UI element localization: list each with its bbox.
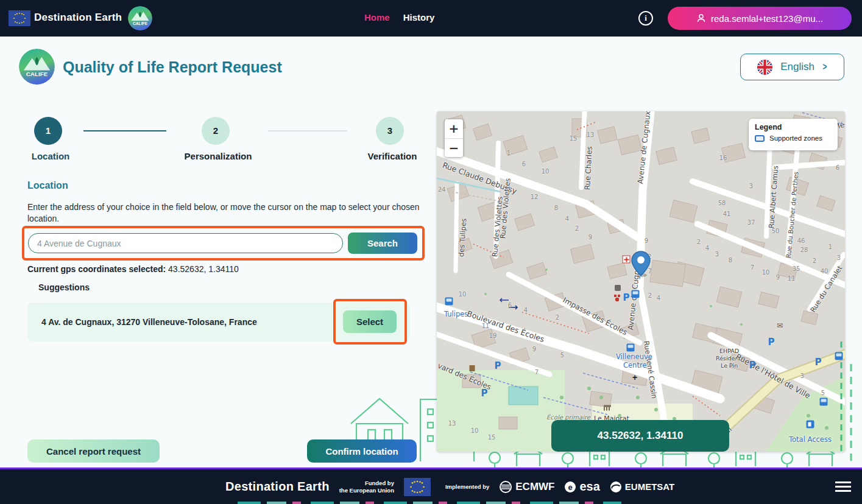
map-house-number: 3 (715, 251, 719, 257)
menu-hamburger-icon[interactable] (835, 481, 851, 494)
map-house-number: 3 (800, 373, 804, 379)
map-poi-bus-icon (627, 344, 635, 352)
footer-brand: Destination Earth (225, 480, 330, 494)
brand-title: Destination Earth (34, 12, 122, 24)
step-1-circle[interactable]: 1 (34, 117, 62, 145)
map-house-number: 3 (837, 254, 841, 261)
map-house-number: 4 (565, 215, 569, 222)
top-navbar: Destination Earth CALIFE Home History i … (0, 0, 862, 37)
app-root: Destination Earth CALIFE Home History i … (0, 0, 862, 504)
califa-page-logo-icon: CALIFE (19, 49, 55, 85)
eumetsat-logo: EUMETSAT (610, 481, 674, 493)
map-poi-church-icon: + (632, 373, 637, 382)
map-house-number: 7 (535, 369, 539, 376)
svg-text:CALIFE: CALIFE (26, 71, 48, 77)
map-house-number: 13 (448, 420, 456, 427)
map-poi-P-icon: P (481, 388, 488, 399)
chevron-right-icon: > (822, 61, 827, 73)
svg-text:e: e (568, 482, 573, 491)
suggestions-label: Suggestions (38, 282, 90, 292)
user-account-button[interactable]: reda.semlal+test123@mu... (668, 7, 852, 30)
svg-text:CALIFE: CALIFE (133, 21, 148, 26)
map-pin[interactable] (631, 250, 651, 277)
select-suggestion-button[interactable]: Select (343, 310, 397, 333)
gps-value: 43.52632, 1.34110 (168, 264, 239, 274)
map-poi-P-icon: P (623, 292, 630, 303)
address-search-input[interactable] (28, 233, 343, 253)
step-3-circle[interactable]: 3 (376, 117, 404, 145)
map-house-number: 9 (776, 274, 780, 281)
map-poi-bus-icon (632, 290, 640, 298)
map-poi-P-icon: P (495, 360, 501, 371)
map-street-label: Total Access (789, 435, 832, 444)
map-house-number: 10 (542, 168, 549, 175)
map-house-number: 58 (718, 200, 726, 206)
map-house-number: 11 (482, 323, 490, 329)
map-zoom-control: + − (445, 119, 463, 157)
map-house-number: 7 (751, 264, 754, 271)
zoom-out-button[interactable]: − (445, 139, 463, 158)
map-house-number: 10 (459, 291, 467, 298)
eumetsat-icon (610, 481, 622, 493)
map-legend: Legend Supported zones (749, 119, 838, 150)
uk-flag-icon (757, 59, 773, 75)
map-house-number: 15 (488, 434, 496, 441)
supported-zones-swatch-icon (755, 135, 765, 142)
info-icon[interactable]: i (638, 11, 653, 26)
location-section-heading: Location (27, 180, 68, 191)
cancel-report-button[interactable]: Cancel report request (27, 439, 160, 463)
map-house-number: 9 (645, 237, 648, 244)
step-connector-2 (268, 130, 347, 131)
map-house-number: 13 (587, 131, 595, 138)
map-poi-P-icon: P (768, 337, 775, 348)
suggestion-row[interactable]: 4 Av. de Cugnaux, 31270 Villeneuve-Tolos… (27, 303, 410, 341)
step-1-label: Location (32, 151, 70, 161)
map-house-number: 2 (813, 257, 816, 264)
map-house-number: 2 (575, 225, 579, 232)
implemented-by-label: Implemented by (445, 483, 489, 490)
nav-history[interactable]: History (403, 12, 435, 23)
selected-coordinates-badge: 43.52632, 1.34110 (551, 420, 729, 452)
esa-icon: e (564, 481, 576, 493)
map-street-label: Villeneuve (616, 352, 652, 361)
map-house-number: 16 (719, 155, 727, 161)
map-house-number: 37 (747, 219, 755, 226)
clipped-footer-links (238, 502, 621, 504)
user-icon (696, 13, 706, 23)
map-house-number: 1 (507, 150, 510, 156)
confirm-location-button[interactable]: Confirm location (307, 439, 417, 463)
map-house-number: 6 (522, 161, 526, 167)
map-poi-bus-icon (835, 352, 843, 360)
map-poi-bin-icon (470, 365, 475, 371)
map-poi-dot-icon (615, 285, 621, 291)
map-house-number: 9 (588, 234, 592, 240)
ecmwf-icon (499, 480, 512, 494)
map-house-number: 4 (657, 295, 660, 301)
map-house-number: 11 (788, 275, 796, 282)
map-house-number: 1 (828, 243, 832, 250)
map-house-number: 40 (821, 268, 828, 275)
map-street-label: EHPAD (719, 348, 739, 354)
map-poi-fuel-icon (807, 421, 814, 429)
zoom-in-button[interactable]: + (445, 119, 463, 138)
nav-home[interactable]: Home (364, 12, 390, 23)
map-canvas[interactable]: Rue Claude DebussyRue CharlesAvenue de C… (437, 111, 845, 452)
map-house-number: 46 (797, 237, 805, 244)
eu-flag-icon (9, 10, 30, 26)
footer: Destination Earth Funded by the European… (0, 467, 862, 504)
step-connector-1 (83, 130, 166, 131)
map-house-number: 8 (554, 205, 558, 211)
map-street-label: Centre (623, 361, 646, 369)
language-selector-button[interactable]: English > (740, 54, 844, 80)
map-poi-museum-icon (604, 405, 611, 411)
step-2-circle[interactable]: 2 (202, 117, 230, 145)
map-house-number: 5 (821, 390, 825, 396)
map-house-number: 19 (489, 332, 497, 339)
map-house-number: 10 (762, 269, 770, 276)
map-house-number: 15 (570, 135, 578, 142)
search-button[interactable]: Search (348, 233, 417, 254)
map-house-number: 6 (508, 302, 512, 309)
map-house-number: 2 (697, 239, 701, 245)
map-poi-mail-icon: ✉ (777, 321, 783, 330)
map-house-number: 2 (556, 314, 559, 321)
